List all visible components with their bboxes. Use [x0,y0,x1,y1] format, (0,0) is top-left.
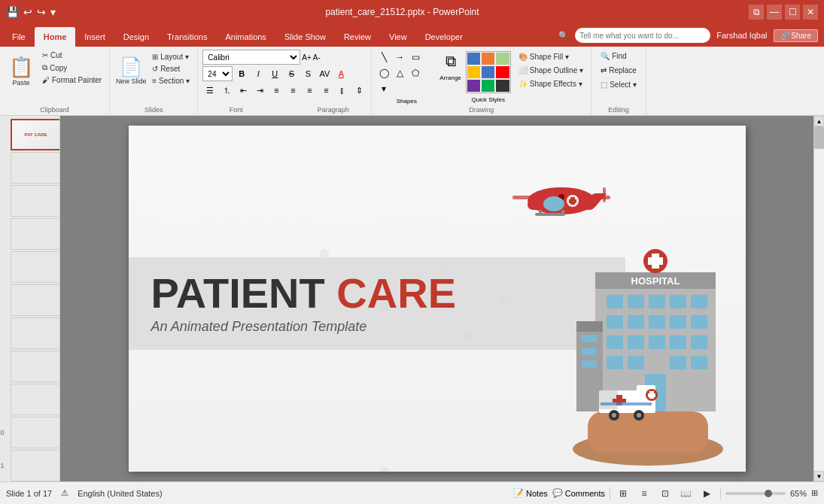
tab-animations[interactable]: Animations [216,27,275,47]
clipboard-group-label: Clipboard [5,105,105,114]
tab-review[interactable]: Review [335,27,380,47]
slide-sorter-button[interactable]: ⊡ [657,486,673,501]
slide-thumb-4[interactable] [11,218,61,250]
copy-button[interactable]: ⧉ Copy [39,62,105,74]
window-controls[interactable]: ⧉ — ☐ ✕ [749,5,818,20]
slide-thumb-5[interactable] [11,251,61,283]
justify-button[interactable]: ≡ [318,83,333,98]
slide-thumb-8[interactable] [11,351,61,382]
char-spacing-button[interactable]: AV [317,66,332,81]
tab-insert[interactable]: Insert [75,27,114,47]
svg-rect-50 [648,257,663,265]
columns-button[interactable]: ⫿ [335,83,350,98]
slide-thumb-2[interactable] [11,152,61,184]
share-button[interactable]: 🔗 Share [774,29,818,42]
shape-pentagon[interactable]: ⬠ [408,65,423,80]
tell-me-input[interactable] [575,28,710,43]
decrease-indent-button[interactable]: ⇤ [236,83,251,98]
tab-home[interactable]: Home [35,27,76,47]
status-left: Slide 1 of 17 ⚠ English (United States) [6,488,163,498]
find-button[interactable]: 🔍 Find [596,50,631,62]
close-button[interactable]: ✕ [803,5,818,20]
quick-styles-button[interactable] [466,51,511,93]
canvas-area[interactable]: PATIENT CARE An Animated Presentation Te… [60,116,813,481]
shape-effects-button[interactable]: ✨ Shape Effects ▾ [515,78,586,90]
slide-thumb-9[interactable] [11,384,61,415]
shape-fill-button[interactable]: 🎨 Shape Fill ▾ [515,51,586,62]
shadow-button[interactable]: S [300,66,315,81]
shape-line[interactable]: ╲ [376,50,391,65]
font-size-select[interactable]: 24 [202,66,233,81]
cut-button[interactable]: ✂ Cut [39,50,105,61]
reset-button[interactable]: ↺ Reset [149,63,193,74]
slide-thumb-10[interactable] [11,417,61,448]
replace-button[interactable]: ⇄ Replace [596,64,641,77]
zoom-slider[interactable] [725,492,786,495]
underline-button[interactable]: U [267,66,282,81]
scroll-down-button[interactable]: ▼ [814,471,824,481]
maximize-button[interactable]: ☐ [785,5,800,20]
scroll-track[interactable] [814,126,824,471]
redo-icon[interactable]: ↪ [37,6,46,18]
section-button[interactable]: ≡ Section ▾ [149,75,193,87]
comments-button[interactable]: 💬 Comments [552,488,605,498]
shape-triangle[interactable]: △ [392,65,407,80]
slide-thumb-11[interactable] [11,450,61,481]
increase-font-size-button[interactable]: A+ [302,53,312,62]
undo-icon[interactable]: ↩ [23,6,32,18]
restore-button[interactable]: ⧉ [749,5,764,20]
shape-arrow[interactable]: → [392,50,407,65]
shape-rect[interactable]: ▭ [408,50,423,65]
language: English (United States) [78,489,163,498]
format-painter-button[interactable]: 🖌 Format Painter [39,74,105,86]
minimize-button[interactable]: — [767,5,782,20]
align-right-button[interactable]: ≡ [302,83,317,98]
tab-design[interactable]: Design [114,27,158,47]
shape-more[interactable]: ▾ [376,81,391,96]
shape-oval[interactable]: ◯ [376,65,391,80]
scroll-thumb[interactable] [814,126,824,149]
bullets-button[interactable]: ☰ [202,83,217,98]
tab-view[interactable]: View [380,27,416,47]
italic-button[interactable]: I [251,66,266,81]
fit-slide-button[interactable]: ⊞ [811,488,818,498]
layout-button[interactable]: ⊞ Layout ▾ [149,51,193,62]
slideshow-view-button[interactable]: ▶ [699,486,716,501]
strikethrough-button[interactable]: S [284,66,299,81]
arrange-button[interactable]: ⧉ [442,50,459,73]
normal-view-button[interactable]: ⊞ [615,486,631,501]
text-direction-button[interactable]: ⇕ [351,83,366,98]
scroll-up-button[interactable]: ▲ [814,116,824,126]
slide-canvas[interactable]: PATIENT CARE An Animated Presentation Te… [129,126,746,472]
slide-thumb-7[interactable] [11,317,61,349]
align-center-button[interactable]: ≡ [285,83,300,98]
notes-button[interactable]: 📝 Notes [513,488,548,498]
slide-thumb-1[interactable]: PAT CARE [11,119,61,150]
paste-button[interactable]: 📋 Paste [5,50,38,92]
customize-icon[interactable]: ▾ [50,6,56,18]
decrease-font-size-button[interactable]: A- [313,53,321,62]
outline-view-button[interactable]: ≡ [636,486,652,501]
slide-thumb-3[interactable] [11,185,61,217]
increase-indent-button[interactable]: ⇥ [252,83,267,98]
new-slide-button[interactable]: 📄 New Slide [114,50,147,92]
tab-slideshow[interactable]: Slide Show [275,27,335,47]
select-button[interactable]: ⬚ Select ▾ [596,78,641,91]
numbering-button[interactable]: ⒈ [219,83,234,98]
tab-transitions[interactable]: Transitions [158,27,216,47]
slide-background: PATIENT CARE An Animated Presentation Te… [129,126,746,472]
tab-file[interactable]: File [3,27,35,47]
save-icon[interactable]: 💾 [6,6,19,18]
slide-thumb-6[interactable] [11,284,61,316]
reading-view-button[interactable]: 📖 [678,486,695,501]
font-name-select[interactable]: Calibri [202,50,300,65]
align-left-button[interactable]: ≡ [269,83,284,98]
shape-outline-button[interactable]: ⬜ Shape Outline ▾ [515,65,586,76]
quick-access-toolbar[interactable]: 💾 ↩ ↪ ▾ [6,6,56,18]
ribbon-group-slides: 📄 New Slide ⊞ Layout ▾ ↺ Reset ≡ Section… [110,47,198,115]
bold-button[interactable]: B [234,66,249,81]
tab-developer[interactable]: Developer [416,27,472,47]
vertical-scrollbar[interactable]: ▲ ▼ [813,116,824,481]
font-color-button[interactable]: A [333,66,348,81]
zoom-thumb[interactable] [765,490,772,497]
